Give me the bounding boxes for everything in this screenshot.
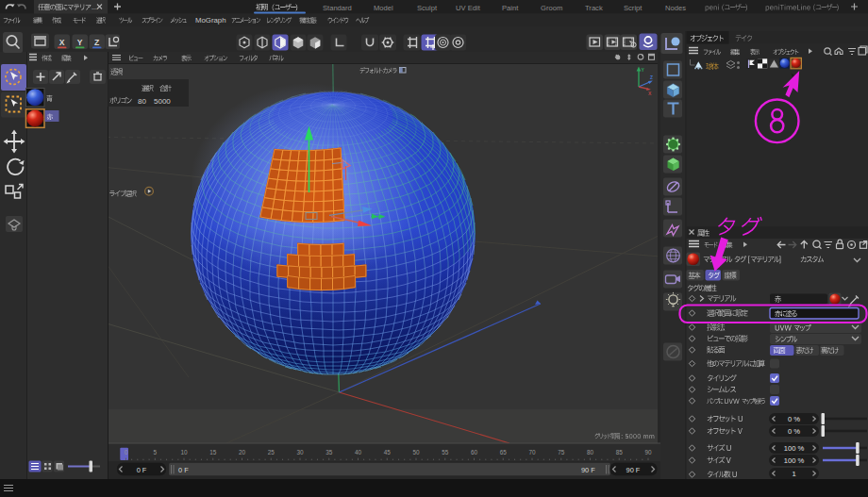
svg-text:1: 1 bbox=[792, 470, 795, 478]
svg-text:45: 45 bbox=[384, 449, 392, 456]
svg-text:90 F: 90 F bbox=[626, 466, 641, 474]
svg-text:0 %: 0 % bbox=[788, 427, 800, 436]
svg-text:Model: Model bbox=[374, 4, 393, 12]
svg-text:30: 30 bbox=[296, 449, 304, 456]
svg-text:80: 80 bbox=[138, 97, 146, 106]
svg-text:Nodes: Nodes bbox=[665, 4, 686, 12]
svg-text:50: 50 bbox=[412, 449, 420, 456]
svg-text:10: 10 bbox=[180, 449, 188, 456]
svg-text:85: 85 bbox=[616, 449, 624, 456]
svg-text:Y: Y bbox=[77, 38, 83, 47]
svg-text:Z: Z bbox=[94, 38, 99, 47]
svg-text:15: 15 bbox=[209, 449, 217, 456]
svg-text:90 F: 90 F bbox=[581, 466, 595, 474]
svg-text:70: 70 bbox=[528, 449, 536, 456]
svg-text:UV Edit: UV Edit bbox=[456, 4, 481, 12]
svg-text:Z: Z bbox=[650, 75, 653, 80]
svg-text:Track: Track bbox=[585, 4, 603, 12]
svg-text:75: 75 bbox=[558, 449, 565, 456]
svg-text:MoGraph: MoGraph bbox=[195, 16, 226, 25]
svg-text:65: 65 bbox=[500, 449, 508, 456]
svg-text:80: 80 bbox=[587, 449, 594, 456]
svg-text:40: 40 bbox=[355, 449, 362, 456]
svg-text:25: 25 bbox=[268, 449, 275, 456]
svg-text:0 F: 0 F bbox=[137, 466, 147, 474]
svg-text:100 %: 100 % bbox=[784, 456, 805, 465]
svg-text:Script: Script bbox=[624, 4, 643, 12]
svg-text:0 %: 0 % bbox=[788, 415, 800, 423]
svg-text:20: 20 bbox=[239, 449, 246, 456]
svg-text:0 F: 0 F bbox=[178, 466, 189, 474]
svg-text:Groom: Groom bbox=[541, 4, 562, 12]
svg-text:100 %: 100 % bbox=[784, 444, 805, 453]
svg-text:5000: 5000 bbox=[154, 97, 171, 106]
svg-text:Sculpt: Sculpt bbox=[417, 4, 438, 12]
svg-text:35: 35 bbox=[326, 449, 333, 456]
svg-text:Standard: Standard bbox=[323, 4, 352, 12]
svg-text:Paint: Paint bbox=[502, 4, 519, 12]
svg-text:60: 60 bbox=[471, 449, 478, 456]
svg-text:...: ... bbox=[92, 4, 97, 10]
svg-text:55: 55 bbox=[442, 449, 449, 456]
svg-text:0: 0 bbox=[125, 449, 128, 456]
svg-text:90: 90 bbox=[644, 449, 652, 456]
svg-text:5: 5 bbox=[153, 449, 157, 456]
svg-text:X: X bbox=[59, 38, 65, 47]
